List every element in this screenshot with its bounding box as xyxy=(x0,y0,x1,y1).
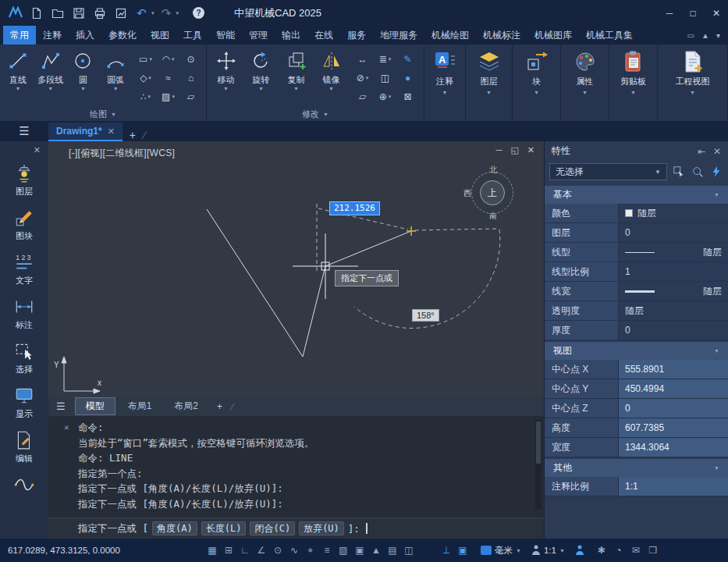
viewport-restore-icon[interactable]: ◱ xyxy=(510,145,518,155)
select-objects-icon[interactable] xyxy=(690,165,705,180)
ribbon-options-icon[interactable]: ▾ xyxy=(716,31,720,40)
clipboard-panel[interactable]: 剪贴板 ▼ xyxy=(609,44,658,121)
sidebar-item-edit[interactable]: 编辑 xyxy=(0,425,48,470)
viewport-minimize-icon[interactable]: ─ xyxy=(496,145,502,155)
line-tool[interactable]: 直线 ▼ xyxy=(2,47,34,108)
palette-close-icon[interactable]: ✕ xyxy=(34,145,41,155)
property-row-center-z[interactable]: 中心点 Z 0 xyxy=(545,399,728,418)
option-angle[interactable]: 角度(A) xyxy=(152,521,197,535)
dropdown-caret-icon[interactable]: ▼ xyxy=(258,86,264,91)
tab-manage[interactable]: 管理 xyxy=(242,26,275,44)
minimize-button[interactable]: ─ xyxy=(658,0,681,26)
section-misc[interactable]: 其他 ▼ xyxy=(545,459,728,477)
property-row-lineweight[interactable]: 线宽 随层 xyxy=(545,282,728,301)
quick-select-icon[interactable] xyxy=(671,165,686,180)
property-row-center-y[interactable]: 中心点 Y 450.4994 xyxy=(545,379,728,399)
donut-tool-icon[interactable]: ⊙ xyxy=(180,50,201,69)
drawing-viewport[interactable]: Y x [-][俯视][二维线框][WCS] ─ ◱ ✕ 212.1526 指定… xyxy=(48,141,544,397)
document-tab[interactable]: Drawing1* ✕ xyxy=(48,123,123,141)
dropdown-caret-icon[interactable]: ▼ xyxy=(442,90,448,95)
help-icon[interactable]: ? xyxy=(193,7,204,19)
clock-icon[interactable]: ◔ xyxy=(611,542,627,558)
layout-tab-1[interactable]: 布局1 xyxy=(118,398,162,414)
copy-tool[interactable]: 复制 ▼ xyxy=(279,47,314,108)
command-scrollbar[interactable] xyxy=(535,420,542,509)
quick-props-icon[interactable]: ◫ xyxy=(401,542,417,558)
region-tool-icon[interactable]: ⌂ xyxy=(180,69,201,87)
tab-mech-library[interactable]: 机械图库 xyxy=(527,26,579,44)
spline-tool-icon[interactable]: ≈ xyxy=(158,69,179,87)
new-document-tab-button[interactable]: + xyxy=(123,129,143,141)
tab-geo-services[interactable]: 地理服务 xyxy=(373,26,424,44)
ellipse-tool-icon[interactable]: ◠▾ xyxy=(158,50,179,69)
sidebar-item-dimension[interactable]: 标注 xyxy=(0,292,48,336)
property-row-width[interactable]: 宽度 1344.3064 xyxy=(545,438,728,457)
undo-dropdown-icon[interactable]: ▾ xyxy=(151,10,154,16)
option-undo[interactable]: 放弃(U) xyxy=(299,521,344,535)
annotate-panel[interactable]: A 注释 ▼ xyxy=(424,44,466,121)
annotation-icon[interactable]: ▲ xyxy=(368,542,384,558)
tab-home[interactable]: 常用 xyxy=(3,26,36,44)
view-compass[interactable]: 北 西 南 上 xyxy=(467,167,518,219)
panel-display-icon[interactable]: ▭ xyxy=(687,31,694,40)
tab-output[interactable]: 输出 xyxy=(275,26,307,44)
toggle-pickadd-icon[interactable] xyxy=(708,165,723,180)
polygon-tool-icon[interactable]: ◇▾ xyxy=(135,69,156,87)
tab-smart[interactable]: 智能 xyxy=(209,26,242,44)
property-row-transparency[interactable]: 透明度 随层 xyxy=(545,301,728,321)
command-window[interactable]: ✕ 命令: 当前处于“窗口”套索模式，按空格键可循环浏览选项。 命令: LINE… xyxy=(48,416,544,539)
arc-tool[interactable]: 圆弧 ▼ xyxy=(99,47,132,108)
section-view[interactable]: 视图 ▼ xyxy=(545,342,728,360)
sidebar-item-extra[interactable] xyxy=(0,470,48,500)
save-icon[interactable] xyxy=(69,4,87,22)
annotation-visibility-button[interactable] xyxy=(575,545,584,556)
viewport-close-icon[interactable]: ✕ xyxy=(527,145,534,155)
option-length[interactable]: 长度(L) xyxy=(201,521,247,535)
command-close-icon[interactable]: ✕ xyxy=(64,422,69,432)
maximize-button[interactable]: □ xyxy=(681,0,705,26)
dropdown-caret-icon[interactable]: ▼ xyxy=(293,86,299,91)
autohide-icon[interactable]: ⇤ xyxy=(698,146,705,157)
tab-view[interactable]: 视图 xyxy=(144,26,176,44)
modify-group-label[interactable]: 修改▼ xyxy=(207,108,424,121)
message-icon[interactable]: ✉ xyxy=(628,542,644,558)
option-close[interactable]: 闭合(C) xyxy=(250,521,295,535)
viewport-controls-label[interactable]: [-][俯视][二维线框][WCS] xyxy=(69,147,175,160)
sphere-tool-icon[interactable]: ● xyxy=(397,69,418,87)
sheet-icon[interactable]: ▤ xyxy=(385,542,400,558)
property-row-height[interactable]: 高度 607.7385 xyxy=(545,418,728,438)
dropdown-caret-icon[interactable]: ▼ xyxy=(534,90,539,95)
app-logo-icon[interactable] xyxy=(6,4,24,22)
section-basic[interactable]: 基本 ▼ xyxy=(545,186,728,204)
command-input[interactable]: 指定下一点或 [ 角度(A) 长度(L) 闭合(C) 放弃(U) ]: xyxy=(48,518,544,539)
otrack-icon[interactable]: ∿ xyxy=(286,542,302,558)
plot-preview-icon[interactable] xyxy=(112,4,130,22)
annotation-scale-dropdown[interactable]: 1:1 ▼ xyxy=(531,545,565,556)
dynamic-input-field[interactable]: 212.1526 xyxy=(329,201,380,215)
transparency-icon[interactable]: ▨ xyxy=(336,542,351,558)
dropdown-caret-icon[interactable]: ▼ xyxy=(486,90,492,95)
scale-tool-icon[interactable]: ⊠ xyxy=(397,87,418,106)
tab-mech-dimension[interactable]: 机械标注 xyxy=(476,26,527,44)
lineweight-icon[interactable]: ≡ xyxy=(319,542,335,558)
layout-tab-model[interactable]: 模型 xyxy=(75,397,115,415)
osnap-icon[interactable]: ⊙ xyxy=(270,542,286,558)
new-file-icon[interactable] xyxy=(27,4,45,22)
print-icon[interactable] xyxy=(91,4,108,22)
dropdown-caret-icon[interactable]: ▼ xyxy=(582,90,588,95)
add-layout-button[interactable]: + xyxy=(211,401,229,412)
move-tool[interactable]: 移动 ▼ xyxy=(208,47,243,108)
tab-parametric[interactable]: 参数化 xyxy=(101,26,144,44)
menu-icon[interactable]: ☰ xyxy=(0,121,48,141)
rotate-tool[interactable]: 旋转 ▼ xyxy=(243,47,279,108)
drawing-view-panel[interactable]: 工程视图 ▼ xyxy=(658,44,728,121)
properties-panel-button[interactable]: 属性 ▼ xyxy=(561,44,609,121)
dropdown-caret-icon[interactable]: ▼ xyxy=(113,86,119,91)
hatch-tool-icon[interactable]: ▨▾ xyxy=(158,87,179,106)
property-row-linetype-scale[interactable]: 线型比例 1 xyxy=(545,262,728,282)
tab-services[interactable]: 服务 xyxy=(340,26,373,44)
dropdown-caret-icon[interactable]: ▼ xyxy=(630,90,636,95)
units-dropdown[interactable]: 毫米 ▼ xyxy=(481,545,521,557)
tab-insert[interactable]: 插入 xyxy=(69,26,101,44)
redo-icon[interactable]: ↷ xyxy=(158,4,176,22)
